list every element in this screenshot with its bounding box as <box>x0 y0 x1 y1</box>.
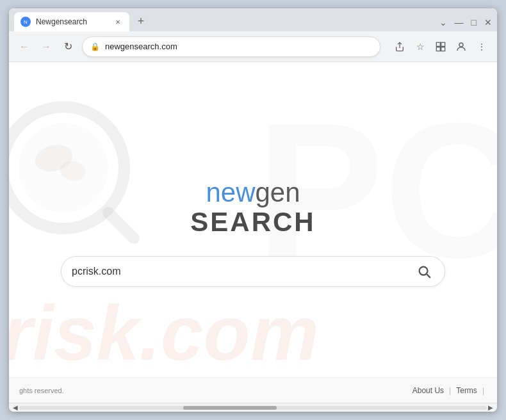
logo-area: newgen SEARCH <box>190 178 315 237</box>
watermark-magnifier-circle <box>9 101 143 250</box>
svg-point-4 <box>459 43 463 47</box>
watermark-risk-text: risk.com <box>9 289 319 377</box>
page-footer: ghts reserved. About Us | Terms | <box>9 377 497 403</box>
profile-icon[interactable] <box>453 39 469 54</box>
svg-rect-0 <box>436 42 440 46</box>
copyright-text: ghts reserved. <box>19 387 64 394</box>
search-input[interactable] <box>72 266 414 277</box>
svg-line-6 <box>108 213 134 238</box>
share-icon[interactable] <box>392 39 407 54</box>
address-url: newgensearch.com <box>105 42 372 51</box>
svg-point-9 <box>59 159 88 182</box>
scrollbar-thumb[interactable] <box>183 406 277 410</box>
svg-rect-2 <box>436 47 440 51</box>
bookmark-icon[interactable]: ☆ <box>412 39 428 54</box>
scroll-right-arrow[interactable]: ▶ <box>487 404 494 411</box>
svg-rect-3 <box>441 47 445 51</box>
footer-links: About Us | Terms | <box>412 386 487 395</box>
footer-divider-1: | <box>449 386 451 395</box>
forward-button[interactable]: → <box>38 39 54 54</box>
new-tab-button[interactable]: + <box>132 12 150 30</box>
terms-link[interactable]: Terms <box>456 386 477 395</box>
search-box <box>61 256 445 287</box>
svg-rect-1 <box>441 42 445 46</box>
svg-point-7 <box>19 123 108 213</box>
back-button[interactable]: ← <box>17 39 32 54</box>
window-controls: ⌄ — □ ✕ <box>439 17 492 31</box>
tab-favicon: N <box>20 17 31 27</box>
logo-text: newgen SEARCH <box>190 178 315 237</box>
tab-close-button[interactable]: ✕ <box>113 17 123 27</box>
active-tab[interactable]: N Newgensearch ✕ <box>14 12 129 31</box>
browser-window: N Newgensearch ✕ + ⌄ — □ ✕ ← → ↻ 🔒 newge… <box>9 8 497 412</box>
menu-icon[interactable]: ⋮ <box>474 39 489 54</box>
about-us-link[interactable]: About Us <box>412 386 444 395</box>
address-bar: ← → ↻ 🔒 newgensearch.com ☆ ⋮ <box>9 31 497 62</box>
logo-new: new <box>206 177 255 207</box>
extensions-icon[interactable] <box>433 39 448 54</box>
search-area <box>61 256 445 287</box>
tab-bar: N Newgensearch ✕ + <box>14 12 439 31</box>
footer-divider-2: | <box>482 386 484 395</box>
search-button[interactable] <box>414 261 434 282</box>
address-actions: ☆ ⋮ <box>392 39 489 54</box>
close-button[interactable]: ✕ <box>484 17 492 28</box>
maximize-button[interactable]: □ <box>471 17 477 28</box>
page-content: PC risk.com newgen SEARCH <box>9 62 497 403</box>
tab-title: Newgensearch <box>36 17 108 26</box>
svg-point-8 <box>32 141 76 175</box>
logo-gen: gen <box>255 177 300 207</box>
refresh-button[interactable]: ↻ <box>60 39 76 54</box>
scrollbar-area: ◀ ▶ <box>9 403 497 412</box>
scroll-left-arrow[interactable]: ◀ <box>12 404 19 411</box>
logo-search: SEARCH <box>190 207 315 237</box>
minimize-button[interactable]: — <box>455 17 464 28</box>
svg-line-11 <box>427 274 430 277</box>
lock-icon: 🔒 <box>90 42 100 51</box>
title-bar: N Newgensearch ✕ + ⌄ — □ ✕ <box>9 8 497 31</box>
scrollbar-track[interactable] <box>19 406 487 410</box>
chevron-down-icon[interactable]: ⌄ <box>439 17 447 28</box>
address-input-wrapper[interactable]: 🔒 newgensearch.com <box>82 36 380 57</box>
svg-point-5 <box>9 107 124 229</box>
